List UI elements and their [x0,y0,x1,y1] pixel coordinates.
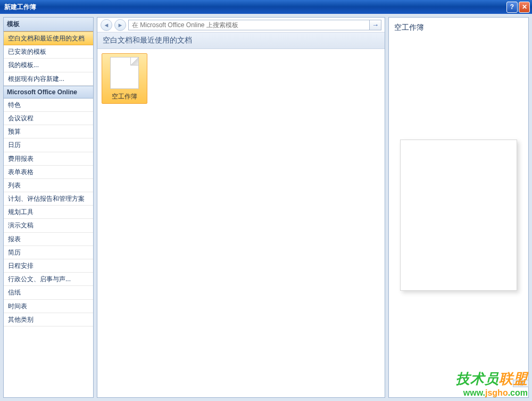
sidebar-item-blank-recent[interactable]: 空白文档和最近使用的文档 [4,31,93,45]
toolbar: ◄ ► → [97,18,385,32]
preview-page-wrap [394,38,523,392]
sidebar-item-stationery[interactable]: 行政公文、启事与声... [4,273,93,286]
sidebar-item-label: 行政公文、启事与声... [8,275,71,283]
arrow-right-icon: ► [118,22,123,28]
document-icon [110,57,139,89]
search-go-button[interactable]: → [370,20,381,30]
sidebar-item-label: 根据现有内容新建... [8,75,64,83]
sidebar-item-label: 时间表 [8,302,27,310]
sidebar-item-calendars[interactable]: 日历 [4,138,93,152]
dialog-body: 模板 空白文档和最近使用的文档 已安装的模板 我的模板... 根据现有内容新建.… [0,14,532,401]
sidebar-item-label: 演示文稿 [8,222,34,229]
nav-forward-button[interactable]: ► [114,19,126,31]
sidebar: 模板 空白文档和最近使用的文档 已安装的模板 我的模板... 根据现有内容新建.… [3,17,94,398]
sidebar-header: 模板 [4,18,93,31]
template-blank-workbook[interactable]: 空工作簿 [102,53,147,104]
sidebar-item-label: 预算 [8,128,21,135]
sidebar-item-label: 计划、评估报告和管理方案 [8,195,85,202]
sidebar-item-label: 其他类别 [8,316,34,323]
sidebar-item-timesheets[interactable]: 时间表 [4,300,93,313]
sidebar-item-label: 我的模板... [8,61,39,69]
search-wrap: → [128,20,381,30]
sidebar-item-other[interactable]: 其他类别 [4,313,93,326]
window-title: 新建工作簿 [2,3,505,12]
template-gallery: 空工作簿 [97,49,385,397]
template-label: 空工作簿 [104,92,145,101]
sidebar-item-label: 列表 [8,182,21,189]
close-button[interactable]: ✕ [519,2,530,13]
sidebar-item-planning-tools[interactable]: 规划工具 [4,206,93,219]
sidebar-item-budgets[interactable]: 预算 [4,125,93,138]
sidebar-item-expense-reports[interactable]: 费用报表 [4,152,93,166]
sidebar-item-label: 简历 [8,249,21,256]
sidebar-item-label: 特色 [8,101,21,109]
arrow-left-icon: ◄ [104,22,110,28]
footer-button-fragment: 用 [513,380,529,387]
sidebar-item-label: 已安装的模板 [8,48,46,55]
sidebar-item-lists[interactable]: 列表 [4,179,93,192]
sidebar-item-label: 表单表格 [8,168,34,176]
preview-page [400,140,517,291]
sidebar-item-reports[interactable]: 报表 [4,233,93,246]
sidebar-item-label: 空白文档和最近使用的文档 [8,35,85,42]
sidebar-item-resumes[interactable]: 简历 [4,246,93,259]
sidebar-item-label: 规划工具 [8,208,34,216]
sidebar-item-letters[interactable]: 信纸 [4,286,93,299]
sidebar-item-plans[interactable]: 计划、评估报告和管理方案 [4,192,93,206]
close-icon: ✕ [522,3,527,11]
sidebar-item-label: 费用报表 [8,155,34,162]
nav-back-button[interactable]: ◄ [101,19,112,31]
sidebar-item-label: 日程安排 [8,262,34,269]
arrow-go-icon: → [372,21,379,29]
sidebar-item-my-templates[interactable]: 我的模板... [4,59,93,72]
sidebar-item-featured[interactable]: 特色 [4,99,93,112]
preview-panel: 空工作簿 [388,17,529,398]
sidebar-section-online: Microsoft Office Online [4,86,93,99]
sidebar-item-label: 报表 [8,235,21,243]
search-input[interactable] [128,20,370,30]
sidebar-item-label: 会议议程 [8,114,34,122]
sidebar-item-forms[interactable]: 表单表格 [4,166,93,179]
main-panel: ◄ ► → 空白文档和最近使用的文档 空工作簿 [97,17,385,398]
sidebar-item-label: 日历 [8,141,21,149]
sidebar-item-agendas[interactable]: 会议议程 [4,112,93,125]
sidebar-item-label: 信纸 [8,289,21,296]
titlebar: 新建工作簿 ? ✕ [0,0,532,14]
sidebar-item-presentations[interactable]: 演示文稿 [4,219,93,232]
sidebar-item-new-from-existing[interactable]: 根据现有内容新建... [4,72,93,86]
help-button[interactable]: ? [506,2,518,13]
sidebar-item-installed-templates[interactable]: 已安装的模板 [4,45,93,59]
preview-title: 空工作簿 [394,23,523,32]
sidebar-item-schedules[interactable]: 日程安排 [4,259,93,273]
content-heading: 空白文档和最近使用的文档 [97,32,385,49]
sidebar-list: 空白文档和最近使用的文档 已安装的模板 我的模板... 根据现有内容新建... … [4,31,93,397]
